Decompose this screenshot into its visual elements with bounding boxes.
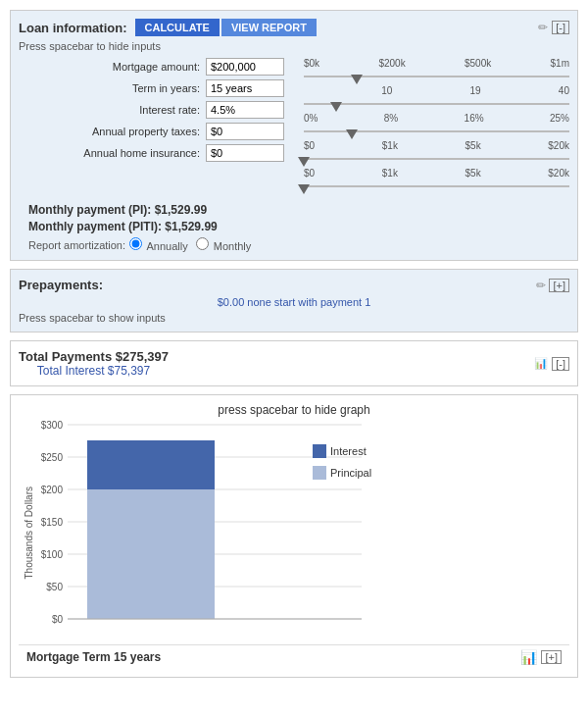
sliders-section: $0k $200k $500k $1m 10 (294, 58, 569, 195)
amount-slider-labels: $0k $200k $500k $1m (304, 58, 569, 69)
interest-rate-input[interactable] (206, 101, 284, 119)
chart-footer-title: Mortgage Term 15 years (26, 650, 161, 664)
mortgage-amount-row: Mortgage amount: (19, 58, 284, 76)
totals-icons: 📊 [-] (534, 357, 569, 371)
loan-title: Loan information: (19, 21, 127, 35)
amount-slider-line (304, 76, 569, 77)
insurance-slider-line (304, 185, 569, 187)
insurance-slider-track[interactable] (304, 179, 569, 193)
insurance-slider-thumb (298, 184, 310, 194)
tax-slider-line (304, 158, 569, 160)
annually-label: Annually (147, 240, 188, 252)
interest-rate-row: Interest rate: (19, 101, 284, 119)
mortgage-amount-input[interactable] (206, 58, 284, 76)
home-insurance-input[interactable] (206, 144, 284, 162)
bar-principal (87, 489, 215, 619)
chart-area: Thousands of Dollars $300 $250 $200 $150… (19, 425, 569, 640)
home-insurance-label: Annual home insurance: (83, 147, 200, 159)
totals-collapse-icon[interactable]: [-] (552, 357, 569, 371)
amortization-label: Report amortization: (28, 239, 125, 251)
term-label-3: 40 (559, 85, 569, 96)
tax-label-1: $1k (382, 140, 398, 151)
svg-text:$150: $150 (41, 517, 64, 528)
totals-interest: Total Interest $75,397 (19, 364, 169, 378)
svg-text:$300: $300 (41, 420, 64, 431)
loan-header-icons: ✏ [-] (538, 21, 569, 34)
amount-label-3: $1m (551, 58, 569, 69)
tax-slider-thumb (298, 157, 310, 167)
prepayments-edit-icon[interactable]: ✏ (536, 279, 546, 292)
prepayments-show-inputs: Press spacebar to show inputs (19, 312, 569, 324)
payment-pi-value: $1,529.99 (155, 203, 207, 217)
monthly-radio[interactable] (196, 237, 209, 250)
term-row: Term in years: (19, 79, 284, 97)
mortgage-amount-label: Mortgage amount: (113, 61, 200, 73)
interest-slider-labels: 0% 8% 16% 25% (304, 113, 569, 124)
chart-footer: Mortgage Term 15 years 📊 [+] (19, 644, 569, 669)
amortization-row: Report amortization: Annually Monthly (28, 237, 569, 252)
term-slider-line (304, 103, 569, 105)
tax-slider-track[interactable] (304, 152, 569, 166)
interest-slider-row: 0% 8% 16% 25% (304, 113, 569, 138)
term-slider-track[interactable] (304, 97, 569, 111)
interest-slider-track[interactable] (304, 125, 569, 138)
totals-chart-icon: 📊 (534, 357, 548, 370)
tax-label-0: $0 (304, 140, 315, 151)
interest-slider-thumb (346, 129, 358, 139)
payment-piti-label: Monthly payment (PITI): (28, 220, 165, 233)
chart-expand-icon[interactable]: [+] (541, 650, 562, 664)
payment-piti-value: $1,529.99 (165, 220, 217, 233)
prepayments-header: Prepayments: ✏ [+] (19, 278, 569, 292)
chart-section: press spacebar to hide graph Thousands o… (10, 394, 578, 678)
prepayments-info: $0.00 none start with payment 1 (19, 296, 569, 308)
y-axis-label: Thousands of Dollars (24, 486, 34, 580)
term-input[interactable] (206, 79, 284, 97)
legend-principal-label: Principal (330, 467, 371, 479)
payment-piti-row: Monthly payment (PITI): $1,529.99 (28, 220, 569, 233)
prepayments-icons: ✏ [+] (536, 279, 569, 292)
svg-text:$50: $50 (46, 582, 63, 592)
totals-title: Total Payments $275,397 (19, 349, 169, 364)
press-spacebar-hide: Press spacebar to hide inputs (19, 40, 569, 52)
tax-slider-row: $0 $1k $5k $20k (304, 140, 569, 166)
insurance-slider-labels: $0 $1k $5k $20k (304, 168, 569, 179)
prepayments-expand-icon[interactable]: [+] (549, 279, 569, 292)
interest-label-2: 16% (465, 113, 484, 124)
loan-form-grid: Mortgage amount: Term in years: Interest… (19, 58, 569, 195)
payment-results: Monthly payment (PI): $1,529.99 Monthly … (19, 203, 569, 252)
interest-label-3: 25% (550, 113, 569, 124)
svg-text:$0: $0 (52, 614, 64, 625)
interest-slider-line (304, 130, 569, 132)
prepayments-title: Prepayments: (19, 278, 103, 292)
payment-pi-row: Monthly payment (PI): $1,529.99 (28, 203, 569, 217)
monthly-label: Monthly (214, 240, 252, 252)
view-report-button[interactable]: VIEW REPORT (221, 19, 317, 36)
insurance-label-3: $20k (548, 168, 569, 179)
interest-label-0: 0% (304, 113, 318, 124)
tax-label-3: $20k (548, 140, 569, 151)
chart-press-hint: press spacebar to hide graph (19, 403, 569, 417)
legend-interest-box (313, 444, 326, 458)
annually-radio[interactable] (129, 237, 142, 250)
bar-interest (87, 440, 215, 489)
edit-icon[interactable]: ✏ (538, 21, 548, 34)
amount-slider-track[interactable] (304, 70, 569, 83)
loan-section: Loan information: CALCULATE VIEW REPORT … (10, 10, 578, 261)
calculate-button[interactable]: CALCULATE (135, 19, 220, 36)
collapse-icon[interactable]: [-] (552, 21, 569, 34)
property-tax-label: Annual property taxes: (92, 126, 200, 137)
insurance-slider-row: $0 $1k $5k $20k (304, 168, 569, 193)
property-tax-input[interactable] (206, 123, 284, 140)
tax-slider-labels: $0 $1k $5k $20k (304, 140, 569, 151)
prepayments-section: Prepayments: ✏ [+] $0.00 none start with… (10, 269, 578, 332)
tax-label-2: $5k (466, 140, 481, 151)
term-label-1: 10 (381, 85, 392, 96)
amount-slider-row: $0k $200k $500k $1m (304, 58, 569, 83)
chart-svg: $300 $250 $200 $150 $100 $50 $0 (68, 425, 481, 640)
annually-radio-label[interactable]: Annually (129, 237, 188, 252)
monthly-radio-label[interactable]: Monthly (196, 237, 252, 252)
interest-rate-label: Interest rate: (139, 104, 200, 116)
chart-footer-chart-icon: 📊 (520, 649, 537, 665)
chart-footer-icons: 📊 [+] (520, 649, 562, 665)
legend-principal-box (313, 466, 326, 480)
